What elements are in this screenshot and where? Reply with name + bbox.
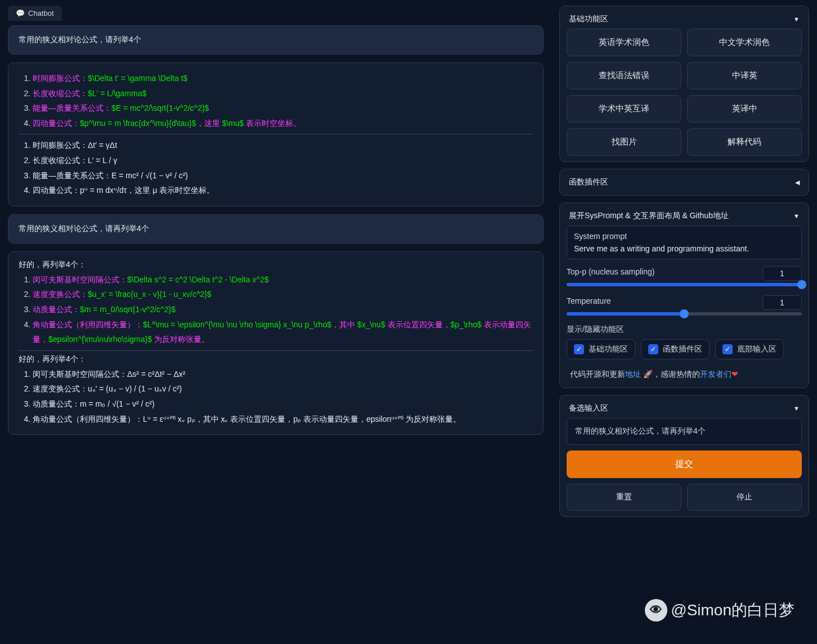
heart-icon: ❤ <box>731 370 738 379</box>
user-message-1: 常用的狭义相对论公式，请列举4个 <box>8 25 544 55</box>
temperature-label: Temperature <box>567 296 611 305</box>
ai1-item3-math: $E = mc^2/\sqrt{1-v^2/c^2}$ <box>111 103 209 112</box>
fn-btn-english-polish[interactable]: 英语学术润色 <box>567 29 681 56</box>
rocket-icon: 🚀 <box>643 370 653 379</box>
ai2-rendered-lead: 好的，再列举4个： <box>19 354 533 364</box>
topp-value[interactable]: 1 <box>762 266 802 281</box>
ai1-item3-label: 能量—质量关系公式： <box>33 103 111 112</box>
ai1-item4-math: $p^\mu = m \frac{dx^\mu}{d\tau}$ <box>80 119 196 128</box>
ai2-lead: 好的，再列举4个： <box>19 260 533 270</box>
ai1-rendered-4: 四动量公式：pᵘ = m dxᵘ/dτ，这里 μ 表示时空坐标。 <box>33 183 533 198</box>
basic-functions-card: 基础功能区 ▼ 英语学术润色 中文学术润色 查找语法错误 中译英 学术中英互译 … <box>559 6 809 162</box>
basic-functions-title: 基础功能区 <box>569 14 608 24</box>
user-message-2-text: 常用的狭义相对论公式，请再列举4个 <box>19 224 149 233</box>
fn-btn-chinese-polish[interactable]: 中文学术润色 <box>687 29 802 56</box>
system-prompt-label: System prompt <box>574 232 794 241</box>
tab-chatbot[interactable]: 💬 Chatbot <box>8 6 62 21</box>
check-icon: ✓ <box>574 344 584 354</box>
ai-message-1: 时间膨胀公式：$\Delta t' = \gamma \Delta t$ 长度收… <box>8 62 544 206</box>
alt-input-title: 备选输入区 <box>569 403 608 413</box>
reset-button[interactable]: 重置 <box>567 484 681 511</box>
sysprompt-card: 展开SysPrompt & 交互界面布局 & Github地址 ▼ System… <box>559 202 809 388</box>
checkbox-bottom-input-label: 底部输入区 <box>737 344 776 354</box>
tab-label: Chatbot <box>28 9 54 17</box>
checkbox-bottom-input[interactable]: ✓ 底部输入区 <box>715 339 784 359</box>
plugins-title: 函数插件区 <box>569 177 608 187</box>
ai1-item1-label: 时间膨胀公式： <box>33 74 88 83</box>
ai1-item2-label: 长度收缩公式： <box>33 89 88 98</box>
chevron-down-icon: ▼ <box>793 16 800 22</box>
alt-input-textarea[interactable]: 常用的狭义相对论公式，请再列举4个 <box>567 418 802 445</box>
side-panel: 基础功能区 ▼ 英语学术润色 中文学术润色 查找语法错误 中译英 学术中英互译 … <box>551 0 817 644</box>
sysprompt-title: 展开SysPrompt & 交互界面布局 & Github地址 <box>569 211 729 221</box>
chevron-down-icon: ▼ <box>793 213 800 219</box>
ai1-rendered-3: 能量—质量关系公式：E = mc² / √(1 − v² / c²) <box>33 168 533 183</box>
topp-slider[interactable] <box>567 283 802 286</box>
ai1-item4-label: 四动量公式： <box>33 119 80 128</box>
sysprompt-header[interactable]: 展开SysPrompt & 交互界面布局 & Github地址 ▼ <box>567 209 802 226</box>
fn-btn-explain-code[interactable]: 解释代码 <box>687 128 802 156</box>
checkbox-plugins-label: 函数插件区 <box>663 344 702 354</box>
ai2-rendered-3: 动质量公式：m = m₀ / √(1 − v² / c²) <box>33 397 533 412</box>
system-prompt-box: System prompt Serve me as a writing and … <box>567 226 802 259</box>
check-icon: ✓ <box>648 344 658 354</box>
topp-label: Top-p (nucleus sampling) <box>567 267 654 276</box>
basic-functions-header[interactable]: 基础功能区 ▼ <box>567 12 802 29</box>
fn-btn-en-to-zh[interactable]: 英译中 <box>687 95 802 123</box>
alt-input-card: 备选输入区 ▼ 常用的狭义相对论公式，请再列举4个 提交 重置 停止 <box>559 395 809 517</box>
plugins-header[interactable]: 函数插件区 ◀ <box>567 175 802 190</box>
fn-btn-grammar-check[interactable]: 查找语法错误 <box>567 62 681 89</box>
fn-btn-academic-translate[interactable]: 学术中英互译 <box>567 95 681 123</box>
chevron-down-icon: ▼ <box>793 405 800 412</box>
user-message-2: 常用的狭义相对论公式，请再列举4个 <box>8 214 544 244</box>
plugins-card: 函数插件区 ◀ <box>559 169 809 196</box>
repo-link[interactable]: 地址 <box>625 370 641 379</box>
ai1-item1-math: $\Delta t' = \gamma \Delta t$ <box>88 74 187 83</box>
temperature-slider[interactable] <box>567 312 802 316</box>
user-message-1-text: 常用的狭义相对论公式，请列举4个 <box>19 35 141 44</box>
footer-text: 代码开源和更新地址 🚀，感谢热情的开发者们❤ <box>567 367 802 382</box>
stop-button[interactable]: 停止 <box>687 484 802 511</box>
system-prompt-input[interactable]: Serve me as a writing and programming as… <box>574 244 794 253</box>
ai2-rendered-4: 角动量公式（利用四维矢量）：Lᵘ = εᵘᵛᴾᵟ xᵥ pᵨ，其中 xᵥ 表示位… <box>33 412 533 427</box>
ai1-item2-math: $L' = L/\gamma$ <box>88 89 146 98</box>
checkbox-plugins[interactable]: ✓ 函数插件区 <box>641 339 710 359</box>
toggle-section-label: 显示/隐藏功能区 <box>567 325 802 335</box>
ai1-rendered-2: 长度收缩公式：L′ = L / γ <box>33 153 533 168</box>
submit-button[interactable]: 提交 <box>567 451 802 478</box>
ai2-rendered-2: 速度变换公式：uₓ′ = (uₓ − v) / (1 − uₓv / c²) <box>33 381 533 397</box>
ai-message-2: 好的，再列举4个： 闵可夫斯基时空间隔公式：$\Delta s^2 = c^2 … <box>8 251 544 435</box>
temperature-value[interactable]: 1 <box>762 295 802 310</box>
fn-btn-zh-to-en[interactable]: 中译英 <box>687 62 802 89</box>
alt-input-header[interactable]: 备选输入区 ▼ <box>567 401 802 418</box>
chevron-left-icon: ◀ <box>795 179 800 186</box>
chat-icon: 💬 <box>16 9 25 17</box>
checkbox-basic-functions[interactable]: ✓ 基础功能区 <box>567 339 635 359</box>
chat-panel: 💬 Chatbot 常用的狭义相对论公式，请列举4个 时间膨胀公式：$\Delt… <box>0 0 551 644</box>
devs-link[interactable]: 开发者们 <box>700 370 731 379</box>
checkbox-basic-functions-label: 基础功能区 <box>589 344 628 354</box>
ai1-rendered-1: 时间膨胀公式：Δt′ = γΔt <box>33 138 533 153</box>
fn-btn-find-image[interactable]: 找图片 <box>567 128 681 156</box>
check-icon: ✓ <box>722 344 733 354</box>
ai2-rendered-1: 闵可夫斯基时空间隔公式：Δs² = c²Δt² − Δx² <box>33 367 533 382</box>
